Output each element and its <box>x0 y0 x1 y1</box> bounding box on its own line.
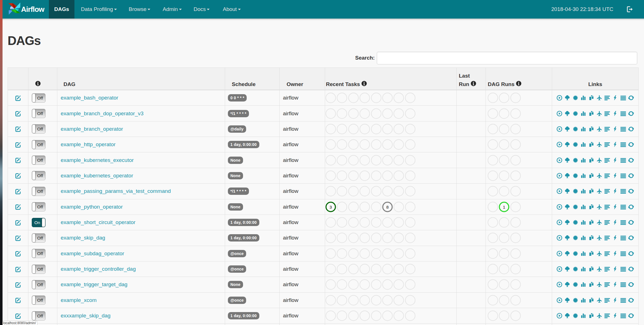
svg-text:3: 3 <box>330 204 332 209</box>
svg-text:8: 8 <box>386 204 389 209</box>
svg-text:1: 1 <box>503 204 505 209</box>
